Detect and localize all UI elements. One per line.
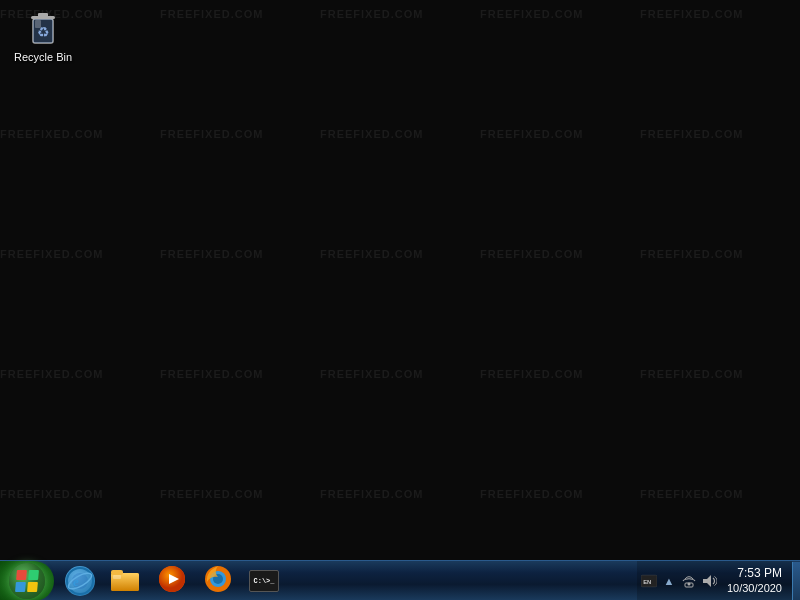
win-pane-red bbox=[16, 570, 27, 580]
start-button[interactable] bbox=[0, 561, 54, 601]
watermark-text: FREEFIXED.COM bbox=[0, 488, 103, 500]
watermark-text: FREEFIXED.COM bbox=[640, 488, 743, 500]
watermark-text: FREEFIXED.COM bbox=[0, 128, 103, 140]
desktop: FREEFIXED.COMFREEFIXED.COMFREEFIXED.COMF… bbox=[0, 0, 800, 560]
tray-keyboard-indicator[interactable]: EN bbox=[641, 573, 657, 589]
tray-volume-icon[interactable] bbox=[701, 573, 717, 589]
watermark-text: FREEFIXED.COM bbox=[320, 128, 423, 140]
taskbar: e bbox=[0, 560, 800, 600]
watermark-text: FREEFIXED.COM bbox=[320, 368, 423, 380]
watermark-text: FREEFIXED.COM bbox=[160, 488, 263, 500]
watermark-text: FREEFIXED.COM bbox=[160, 128, 263, 140]
watermark-text: FREEFIXED.COM bbox=[480, 128, 583, 140]
watermark-text: FREEFIXED.COM bbox=[0, 248, 103, 260]
cmd-text: C:\>_ bbox=[253, 577, 274, 585]
svg-point-23 bbox=[687, 582, 690, 585]
recycle-bin-image: ♻ bbox=[23, 9, 63, 49]
chevron-icon: ▲ bbox=[663, 575, 674, 587]
win-pane-green bbox=[28, 570, 39, 580]
watermark-text: FREEFIXED.COM bbox=[160, 248, 263, 260]
firefox-icon bbox=[203, 564, 233, 598]
watermark-text: FREEFIXED.COM bbox=[480, 8, 583, 20]
system-clock[interactable]: 7:53 PM 10/30/2020 bbox=[721, 566, 788, 596]
recycle-bin-label: Recycle Bin bbox=[14, 51, 72, 64]
watermark-text: FREEFIXED.COM bbox=[640, 8, 743, 20]
watermark-text: FREEFIXED.COM bbox=[640, 128, 743, 140]
tray-expand-arrow[interactable]: ▲ bbox=[661, 573, 677, 589]
clock-time: 7:53 PM bbox=[737, 566, 782, 582]
svg-marker-24 bbox=[703, 575, 711, 587]
clock-date: 10/30/2020 bbox=[727, 581, 782, 595]
watermark-text: FREEFIXED.COM bbox=[640, 248, 743, 260]
taskbar-icon-firefox[interactable] bbox=[196, 562, 240, 600]
taskbar-icon-media[interactable] bbox=[150, 562, 194, 600]
recycle-bin-icon[interactable]: ♻ Recycle Bin bbox=[8, 5, 78, 68]
watermark-text: FREEFIXED.COM bbox=[0, 368, 103, 380]
show-desktop-button[interactable] bbox=[792, 562, 800, 600]
folder-icon bbox=[111, 565, 141, 597]
ie-icon: e bbox=[65, 566, 95, 596]
cmd-icon: C:\>_ bbox=[249, 570, 279, 592]
taskbar-icons: e bbox=[58, 561, 286, 601]
watermark-text: FREEFIXED.COM bbox=[320, 248, 423, 260]
svg-rect-1 bbox=[38, 13, 48, 17]
watermark-text: FREEFIXED.COM bbox=[480, 368, 583, 380]
win-pane-blue bbox=[15, 582, 26, 592]
media-player-icon bbox=[157, 564, 187, 598]
windows-logo bbox=[15, 570, 39, 592]
svg-rect-12 bbox=[111, 570, 123, 575]
taskbar-icon-cmd[interactable]: C:\>_ bbox=[242, 562, 286, 600]
watermark-text: FREEFIXED.COM bbox=[160, 8, 263, 20]
tray-network-icon[interactable] bbox=[681, 573, 697, 589]
svg-rect-13 bbox=[113, 575, 121, 579]
system-tray: EN ▲ 7:53 PM 10/30/2 bbox=[637, 561, 792, 601]
taskbar-icon-folder[interactable] bbox=[104, 562, 148, 600]
svg-rect-5 bbox=[35, 20, 41, 28]
taskbar-icon-ie[interactable]: e bbox=[58, 562, 102, 600]
svg-text:EN: EN bbox=[643, 578, 651, 584]
watermark-text: FREEFIXED.COM bbox=[320, 488, 423, 500]
watermark-text: FREEFIXED.COM bbox=[160, 368, 263, 380]
watermark-text: FREEFIXED.COM bbox=[320, 8, 423, 20]
win-pane-yellow bbox=[27, 582, 38, 592]
start-orb bbox=[9, 563, 45, 599]
watermark-text: FREEFIXED.COM bbox=[480, 248, 583, 260]
watermark-text: FREEFIXED.COM bbox=[640, 368, 743, 380]
watermark-text: FREEFIXED.COM bbox=[480, 488, 583, 500]
watermark-grid: FREEFIXED.COMFREEFIXED.COMFREEFIXED.COMF… bbox=[0, 0, 800, 560]
